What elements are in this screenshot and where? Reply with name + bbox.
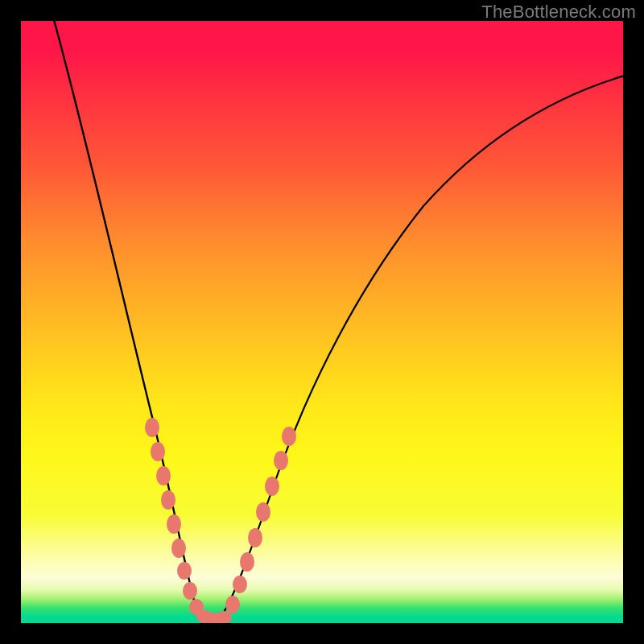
marker-dot [256,502,270,522]
marker-dot [167,514,181,534]
scatter-points [145,418,296,623]
marker-dot [233,576,247,593]
marker-dot [171,539,186,558]
scatter-layer [21,21,623,623]
marker-dot [265,477,279,496]
marker-dot [151,442,165,461]
marker-dot [240,552,254,572]
chart-outer: TheBottleneck.com [0,0,644,644]
marker-dot [274,451,288,470]
marker-dot [225,596,240,613]
marker-dot [248,528,262,547]
marker-dot [282,427,296,446]
watermark-text: TheBottleneck.com [481,2,636,23]
marker-dot [156,466,171,485]
marker-dot [161,490,175,510]
marker-dot [183,582,197,600]
marker-dot [145,418,159,437]
plot-area [21,21,623,623]
marker-dot [216,611,232,623]
marker-dot [177,562,192,580]
